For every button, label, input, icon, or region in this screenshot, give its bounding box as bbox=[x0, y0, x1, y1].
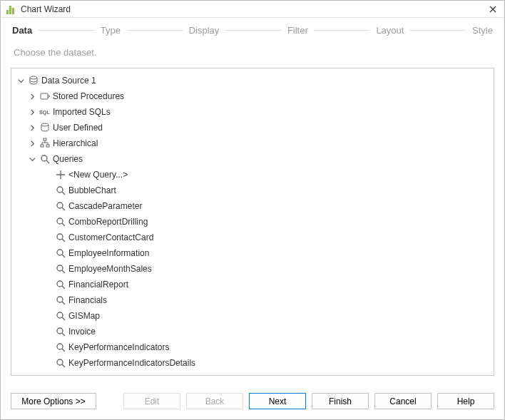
svg-rect-1 bbox=[41, 93, 48, 99]
help-button[interactable]: Help bbox=[437, 393, 494, 409]
tree-node-hierarchical[interactable]: Hierarchical bbox=[11, 135, 494, 151]
tree-node-stored-procedures[interactable]: Stored Procedures bbox=[11, 88, 494, 104]
query-icon bbox=[55, 326, 66, 337]
tree-node-query[interactable]: CustomerContactCard bbox=[11, 230, 494, 245]
tree-label: EmployeeMonthSales bbox=[68, 264, 152, 274]
dataset-tree[interactable]: Data Source 1 Stored Procedures SQL Impo… bbox=[11, 68, 494, 376]
tree-node-query[interactable]: KeyPerformanceIndicators bbox=[11, 339, 494, 355]
tree-node-query[interactable]: CascadeParameter bbox=[11, 198, 494, 214]
step-data[interactable]: Data bbox=[11, 25, 34, 36]
chart-wizard-icon bbox=[6, 4, 16, 14]
svg-point-8 bbox=[57, 187, 63, 193]
query-icon bbox=[55, 263, 66, 275]
tree-node-query[interactable]: EmployeeInformation bbox=[11, 245, 494, 261]
step-filter[interactable]: Filter bbox=[286, 25, 310, 36]
proc-icon bbox=[39, 91, 51, 102]
step-subtitle: Choose the dataset. bbox=[1, 43, 504, 68]
step-style[interactable]: Style bbox=[471, 25, 494, 36]
svg-point-0 bbox=[30, 76, 37, 79]
window-title: Chart Wizard bbox=[21, 4, 487, 14]
step-layout[interactable]: Layout bbox=[374, 25, 405, 36]
chart-wizard-window: Chart Wizard Data Type Display Filter La… bbox=[0, 0, 505, 420]
finish-button[interactable]: Finish bbox=[312, 393, 369, 409]
query-icon bbox=[55, 342, 66, 353]
tree-label: BubbleChart bbox=[68, 185, 116, 195]
query-icon bbox=[55, 294, 66, 306]
tree-node-datasource[interactable]: Data Source 1 bbox=[11, 73, 494, 88]
svg-text:SQL: SQL bbox=[39, 108, 50, 115]
tree-node-user-defined[interactable]: User Defined bbox=[11, 120, 494, 135]
step-display[interactable]: Display bbox=[188, 25, 221, 36]
database-icon bbox=[28, 75, 39, 86]
step-type[interactable]: Type bbox=[99, 25, 122, 36]
svg-point-16 bbox=[57, 312, 63, 318]
tree-label: Imported SQLs bbox=[53, 107, 111, 117]
tree-label: User Defined bbox=[53, 123, 103, 133]
svg-point-18 bbox=[57, 344, 63, 349]
tree-node-query[interactable]: <New Query...> bbox=[11, 167, 494, 183]
tree-label: FinancialReport bbox=[68, 280, 128, 290]
svg-point-11 bbox=[57, 234, 63, 240]
chevron-right-icon[interactable] bbox=[27, 91, 37, 101]
tree-label: Data Source 1 bbox=[41, 76, 96, 86]
back-button: Back bbox=[186, 393, 243, 409]
userdef-icon bbox=[39, 122, 51, 133]
tree-label: CustomerContactCard bbox=[68, 232, 153, 242]
svg-point-14 bbox=[57, 281, 63, 287]
more-options-button[interactable]: More Options >> bbox=[11, 393, 96, 409]
sql-icon: SQL bbox=[39, 106, 51, 118]
query-icon bbox=[39, 153, 51, 165]
tree-label: KeyPerformanceIndicators bbox=[68, 342, 169, 352]
tree-node-query[interactable]: KeyPerformanceIndicatorsDetails bbox=[11, 355, 494, 371]
tree-label: Queries bbox=[53, 154, 83, 164]
svg-point-13 bbox=[57, 265, 63, 271]
query-icon bbox=[55, 216, 66, 227]
wizard-steps: Data Type Display Filter Layout Style bbox=[1, 18, 504, 43]
query-icon bbox=[55, 357, 66, 369]
chevron-right-icon[interactable] bbox=[27, 107, 37, 117]
query-icon bbox=[55, 232, 66, 243]
close-button[interactable] bbox=[487, 4, 499, 15]
next-button[interactable]: Next bbox=[249, 393, 306, 409]
svg-point-9 bbox=[57, 203, 63, 208]
query-icon bbox=[55, 185, 66, 196]
tree-label: EmployeeInformation bbox=[68, 248, 149, 258]
tree-label: Stored Procedures bbox=[53, 91, 124, 101]
tree-node-query[interactable]: Financials bbox=[11, 292, 494, 308]
tree-node-query[interactable]: EmployeeMonthSales bbox=[11, 261, 494, 277]
tree-label: Hierarchical bbox=[53, 138, 98, 148]
query-icon bbox=[55, 279, 66, 290]
chevron-down-icon[interactable] bbox=[27, 154, 37, 164]
tree-node-queries[interactable]: Queries bbox=[11, 151, 494, 167]
tree-node-query[interactable]: Invoice bbox=[11, 324, 494, 339]
tree-node-query[interactable]: FinancialReport bbox=[11, 277, 494, 292]
plus-icon bbox=[55, 169, 66, 180]
tree-node-imported-sqls[interactable]: SQL Imported SQLs bbox=[11, 104, 494, 120]
svg-point-3 bbox=[41, 123, 49, 126]
svg-point-15 bbox=[57, 297, 63, 302]
query-icon bbox=[55, 247, 66, 259]
tree-node-query[interactable]: GISMap bbox=[11, 308, 494, 324]
tree-node-query[interactable]: BubbleChart bbox=[11, 183, 494, 198]
svg-rect-5 bbox=[41, 145, 44, 147]
tree-label: Invoice bbox=[68, 327, 96, 337]
titlebar: Chart Wizard bbox=[1, 1, 504, 18]
svg-rect-6 bbox=[46, 145, 49, 147]
tree-label: ComboReportDrilling bbox=[68, 217, 148, 227]
cancel-button[interactable]: Cancel bbox=[374, 393, 432, 409]
edit-button: Edit bbox=[123, 393, 180, 409]
svg-point-12 bbox=[57, 250, 63, 255]
svg-rect-4 bbox=[44, 138, 46, 140]
tree-label: <New Query...> bbox=[68, 170, 128, 180]
tree-node-query[interactable]: ComboReportDrilling bbox=[11, 214, 494, 230]
wizard-footer: More Options >> Edit Back Next Finish Ca… bbox=[1, 383, 504, 419]
hier-icon bbox=[39, 138, 51, 149]
svg-point-17 bbox=[57, 328, 63, 334]
chevron-right-icon[interactable] bbox=[27, 123, 37, 133]
chevron-down-icon[interactable] bbox=[16, 76, 26, 86]
tree-label: KeyPerformanceIndicatorsDetails bbox=[68, 358, 195, 368]
chevron-right-icon[interactable] bbox=[27, 138, 37, 148]
svg-point-19 bbox=[57, 359, 63, 365]
query-icon bbox=[55, 310, 66, 322]
tree-label: GISMap bbox=[68, 311, 100, 321]
